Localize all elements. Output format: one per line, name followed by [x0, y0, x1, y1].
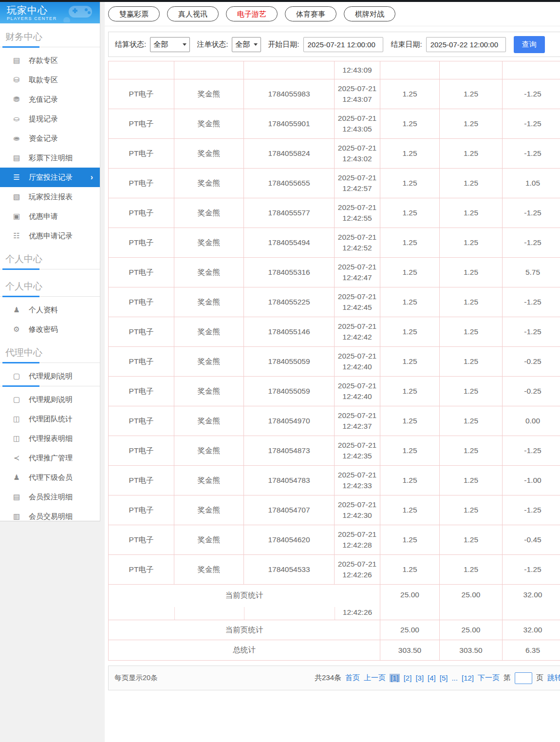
sidebar-item-member-bet-detail[interactable]: ▤会员投注明细 — [0, 487, 100, 507]
cell-platform: PT电子 — [109, 555, 174, 585]
summary-label-cell: 当前页统计 — [109, 620, 380, 640]
cell-game: 奖金熊 — [174, 555, 244, 585]
sidebar-item-withdrawal-record[interactable]: ⛀提现记录 — [0, 109, 100, 129]
sidebar-item-promo-apply[interactable]: ▣优惠申请 — [0, 207, 100, 226]
tab-lottery[interactable]: 雙赢彩票 — [108, 6, 160, 21]
sidebar-item-agent-report-detail[interactable]: ◫代理报表明细 — [0, 429, 100, 448]
tab-sports[interactable]: 体育赛事 — [285, 6, 336, 21]
clipboard-icon: ▥ — [12, 512, 21, 521]
settle-status-select[interactable]: 全部 — [150, 37, 190, 52]
tab-board-games[interactable]: 棋牌对战 — [344, 6, 395, 21]
pagination-bar: 每页显示20条 共234条首页上一页[1][2][3][4][5]...[12]… — [108, 666, 560, 690]
pagination-page-4[interactable]: [4] — [428, 674, 436, 682]
list-icon: ☰ — [12, 173, 21, 182]
cell-result: -0.25 — [503, 347, 560, 377]
deposit-icon: ▤ — [12, 56, 21, 65]
sidebar-item-agent-rules-2[interactable]: ▢代理规则说明 — [0, 390, 100, 409]
sidebar-item-label: 取款专区 — [29, 76, 58, 85]
summary-row-total: 总统计303.50303.506.35 — [109, 640, 560, 661]
page-jump-input[interactable] — [515, 672, 532, 684]
pagination-page-5[interactable]: [5] — [440, 674, 448, 682]
cell-time: 2025-07-2112:42:55 — [335, 198, 380, 228]
end-date-input[interactable] — [426, 37, 506, 52]
cell-bet-amount: 1.25 — [380, 139, 440, 169]
cell-result: -0.25 — [503, 377, 560, 406]
list-record-icon: ☷ — [12, 231, 21, 240]
cell-order-no: 1784055059 — [244, 347, 335, 377]
sidebar-item-deposit-zone[interactable]: ▤存款专区 — [0, 51, 100, 70]
order-status-select[interactable]: 全部 — [232, 37, 261, 52]
cell-game: 奖金熊 — [174, 198, 244, 228]
cell-valid-amount: 1.25 — [440, 287, 503, 317]
sidebar-item-funds-record[interactable]: ⛂资金记录 — [0, 129, 100, 148]
sidebar-item-member-trade-detail[interactable]: ▥会员交易明细 — [0, 507, 100, 526]
summary-label-cell: 总统计 — [109, 640, 380, 661]
cell-valid-amount: 303.50 — [440, 640, 503, 661]
sidebar-item-withdraw-zone[interactable]: ⛁取款专区 — [0, 70, 100, 90]
cell-valid-amount: 1.25 — [440, 406, 503, 436]
cell-order-no: 1784055655 — [244, 169, 335, 198]
table-row: PT电子奖金熊17840555772025-07-2112:42:551.251… — [109, 198, 560, 228]
sidebar-item-change-password[interactable]: ⚙修改密码 — [0, 320, 100, 339]
table-row: PT电子奖金熊17840548732025-07-2112:42:351.251… — [109, 436, 560, 466]
tab-live-video[interactable]: 真人视讯 — [167, 6, 219, 21]
table-cell — [503, 61, 560, 79]
sidebar-item-lottery-bet-detail[interactable]: ▤彩票下注明细 — [0, 148, 100, 168]
sidebar-item-profile[interactable]: ♟个人资料 — [0, 300, 100, 320]
table-row: PT电子奖金熊17840546202025-07-2112:42:281.251… — [109, 525, 560, 555]
table-row: PT电子奖金熊17840556552025-07-2112:42:571.251… — [109, 169, 560, 198]
cell-result: -1.25 — [503, 109, 560, 139]
cell-time: 2025-07-2112:42:52 — [335, 228, 380, 258]
chart-report-icon: ▧ — [12, 192, 21, 201]
cell-order-no: 1784054970 — [244, 406, 335, 436]
sidebar-item-hall-bet-record[interactable]: ☰厅室投注记录› — [0, 168, 100, 187]
cell-time: 2025-07-2112:42:42 — [335, 317, 380, 347]
cell-result: 1.05 — [503, 169, 560, 198]
sidebar-item-label: 代理下级会员 — [29, 473, 73, 482]
table-row: PT电子奖金熊17840554942025-07-2112:42:521.251… — [109, 228, 560, 258]
cell-time: 2025-07-2112:42:30 — [335, 495, 380, 525]
sidebar-item-label: 个人资料 — [29, 305, 58, 315]
sidebar: 玩家中心 PLAYERS CENTER 财务中心▤存款专区⛁取款专区⛃充值记录⛀… — [0, 0, 100, 521]
pagination-first[interactable]: 首页 — [345, 673, 360, 683]
table-row: PT电子奖金熊17840559832025-07-2112:43:071.251… — [109, 79, 560, 109]
pagination-prev[interactable]: 上一页 — [364, 673, 386, 683]
sidebar-item-recharge-record[interactable]: ⛃充值记录 — [0, 90, 100, 109]
cell-result: -1.25 — [503, 555, 560, 585]
search-button[interactable]: 查询 — [514, 36, 545, 53]
cell-platform: PT电子 — [109, 258, 174, 287]
sidebar-item-label: 代理规则说明 — [29, 395, 73, 404]
sidebar-item-player-bet-report[interactable]: ▧玩家投注报表 — [0, 187, 100, 207]
table-row: PT电子奖金熊17840545332025-07-2112:42:261.251… — [109, 555, 560, 585]
cell-bet-amount: 1.25 — [380, 525, 440, 555]
document-icon: ▤ — [12, 153, 21, 162]
sidebar-item-agent-rules[interactable]: ▢代理规则说明 — [0, 366, 100, 386]
sidebar-item-promo-apply-record[interactable]: ☷优惠申请记录 — [0, 226, 100, 246]
sidebar-item-agent-team-stats[interactable]: ◫代理团队统计 — [0, 409, 100, 429]
cell-result: -1.25 — [503, 228, 560, 258]
cell-valid-amount: 1.25 — [440, 317, 503, 347]
sidebar-item-agent-sub-members[interactable]: ♟代理下级会员 — [0, 468, 100, 487]
cell-game: 奖金熊 — [174, 525, 244, 555]
table-row: PT电子奖金熊17840559012025-07-2112:43:051.251… — [109, 109, 560, 139]
cell-bet-amount: 1.25 — [380, 406, 440, 436]
sidebar-item-label: 代理团队统计 — [29, 415, 73, 424]
jump-button[interactable]: 跳转 — [547, 673, 560, 683]
cell-order-no: 1784054783 — [244, 466, 335, 495]
pagination-page-12[interactable]: [12] — [462, 674, 474, 682]
pagination-page-2[interactable]: [2] — [404, 674, 412, 682]
cell-platform: PT电子 — [109, 406, 174, 436]
sidebar-item-agent-promo-manage[interactable]: ≺代理推广管理 — [0, 448, 100, 468]
cell-time: 2025-07-2112:42:28 — [335, 525, 380, 555]
pagination-page-1[interactable]: [1] — [390, 674, 400, 682]
pagination-page-3[interactable]: [3] — [415, 674, 424, 682]
news-icon: ◫ — [12, 434, 21, 443]
cell-time: 2025-07-2112:42:33 — [335, 466, 380, 495]
tab-e-games[interactable]: 电子游艺 — [226, 6, 278, 21]
cell-valid-amount: 1.25 — [440, 525, 503, 555]
pagination-controls: 共234条首页上一页[1][2][3][4][5]...[12]下一页第页跳转 — [315, 672, 560, 684]
pagination-next[interactable]: 下一页 — [478, 673, 500, 683]
cell-platform: PT电子 — [109, 139, 174, 169]
start-date-input[interactable] — [303, 37, 383, 52]
sidebar-item-label: 会员投注明细 — [29, 493, 73, 502]
